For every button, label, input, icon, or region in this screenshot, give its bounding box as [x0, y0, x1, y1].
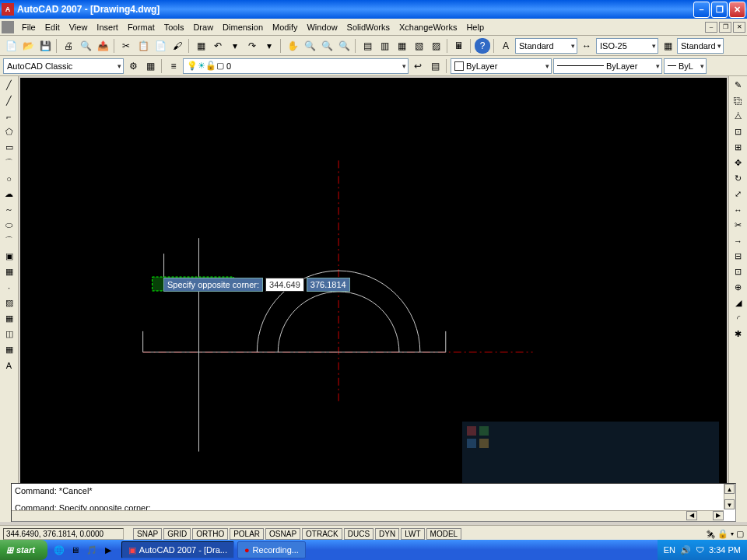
table-style-dropdown[interactable]: Standard [677, 38, 724, 54]
workspace-settings-button[interactable]: ⚙ [125, 58, 141, 74]
taskbar-autocad-button[interactable]: ▣AutoCAD 2007 - [Dra... [121, 541, 234, 558]
trim-tool[interactable]: ✂ [731, 218, 746, 233]
menu-solidworks[interactable]: SolidWorks [342, 21, 395, 33]
layer-dropdown[interactable]: 💡☀🔓▢ 0 [183, 58, 409, 74]
break-at-point-tool[interactable]: ⊟ [731, 249, 746, 264]
rotate-tool[interactable]: ↻ [731, 171, 746, 186]
paste-button[interactable]: 📄 [153, 38, 168, 54]
zoom-window-button[interactable]: 🔍 [319, 38, 335, 54]
tray-shield-icon[interactable]: 🛡 [696, 545, 704, 555]
command-window[interactable]: Command: *Cancel* Command: Specify oppos… [11, 483, 736, 522]
lwt-toggle[interactable]: LWT [401, 528, 424, 540]
ql-desktop-icon[interactable]: 🖥 [68, 543, 82, 557]
cut-button[interactable]: ✂ [118, 38, 134, 54]
array-tool[interactable]: ⊞ [731, 140, 746, 155]
ortho-toggle[interactable]: ORTHO [192, 528, 228, 540]
menu-edit[interactable]: Edit [40, 21, 65, 33]
hatch-tool[interactable]: ▨ [2, 296, 17, 310]
publish-button[interactable]: 📤 [95, 38, 110, 54]
revcloud-tool[interactable]: ☁ [2, 187, 17, 201]
undo-button[interactable]: ↶ [210, 38, 226, 54]
tray-expand-icon[interactable]: ▾ [731, 530, 734, 537]
copy-button[interactable]: 📋 [135, 38, 151, 54]
tool-palettes-button[interactable]: ▦ [394, 38, 409, 54]
color-dropdown[interactable]: ByLayer [451, 58, 552, 74]
drawing-canvas[interactable]: Specify opposite corner: 344.649 376.181… [20, 78, 727, 507]
menu-window[interactable]: Window [302, 21, 342, 33]
lock-toolbar-icon[interactable]: 🔒 [717, 529, 728, 539]
layer-previous-button[interactable]: ↩ [410, 58, 426, 74]
undo-dropdown[interactable]: ▾ [227, 38, 243, 54]
window-restore-button[interactable]: ❐ [711, 2, 728, 18]
layer-properties-button[interactable]: ≡ [166, 58, 181, 74]
menu-format[interactable]: Format [123, 21, 160, 33]
polyline-tool[interactable]: ⌐ [2, 109, 17, 124]
rectangle-tool[interactable]: ▭ [2, 140, 17, 155]
explode-tool[interactable]: ✱ [731, 327, 746, 341]
menu-xchangeworks[interactable]: XchangeWorks [395, 21, 461, 33]
table-tool[interactable]: ▦ [2, 342, 17, 357]
xline-tool[interactable]: ╱ [2, 93, 17, 108]
arc-tool[interactable]: ⌒ [2, 156, 17, 170]
linetype-dropdown[interactable]: ByL [664, 58, 707, 74]
snap-toggle[interactable]: SNAP [133, 528, 162, 540]
polygon-tool[interactable]: ⬠ [2, 124, 17, 139]
menu-modify[interactable]: Modify [268, 21, 302, 33]
save-button[interactable]: 💾 [37, 38, 53, 54]
redo-dropdown[interactable]: ▾ [261, 38, 277, 54]
mdi-restore-button[interactable]: ❐ [719, 22, 731, 33]
ql-app-icon[interactable]: ▶ [101, 543, 115, 557]
region-tool[interactable]: ◫ [2, 327, 17, 341]
move-tool[interactable]: ✥ [731, 156, 746, 170]
menu-help[interactable]: Help [461, 21, 489, 33]
dim-style-button[interactable]: ↔ [579, 38, 594, 54]
point-tool[interactable]: · [2, 280, 17, 295]
scale-tool[interactable]: ⤢ [731, 187, 746, 201]
layer-states-button[interactable]: ▤ [427, 58, 443, 74]
cmd-scroll-down[interactable]: ▼ [724, 499, 735, 509]
start-button[interactable]: ⊞start [0, 540, 47, 560]
quickcalc-button[interactable]: 🖩 [451, 38, 467, 54]
workspace-dropdown[interactable]: AutoCAD Classic [3, 58, 124, 74]
window-minimize-button[interactable]: – [693, 2, 710, 18]
markup-button[interactable]: ▨ [428, 38, 444, 54]
plot-button[interactable]: 🖨 [61, 38, 76, 54]
block-editor-button[interactable]: ▦ [193, 38, 209, 54]
tray-volume-icon[interactable]: 🔊 [680, 545, 691, 555]
circle-tool[interactable]: ○ [2, 171, 17, 186]
cmd-hscroll-right[interactable]: ▶ [713, 511, 724, 520]
gradient-tool[interactable]: ▦ [2, 311, 17, 326]
pan-button[interactable]: ✋ [285, 38, 300, 54]
new-button[interactable]: 📄 [3, 38, 19, 54]
mdi-minimize-button[interactable]: – [705, 22, 717, 33]
offset-tool[interactable]: ⊡ [731, 124, 746, 139]
redo-button[interactable]: ↷ [244, 38, 260, 54]
tray-lang-indicator[interactable]: EN [664, 545, 675, 555]
menu-insert[interactable]: Insert [92, 21, 123, 33]
sheet-set-button[interactable]: ▧ [411, 38, 426, 54]
menu-dimension[interactable]: Dimension [218, 21, 268, 33]
cmd-hscroll-left[interactable]: ◀ [686, 511, 697, 520]
erase-tool[interactable]: ✎ [731, 78, 746, 93]
ql-ie-icon[interactable]: 🌐 [52, 543, 66, 557]
clean-screen-icon[interactable]: ▢ [736, 529, 744, 539]
zoom-realtime-button[interactable]: 🔍 [302, 38, 317, 54]
ellipse-arc-tool[interactable]: ⌒ [2, 233, 17, 248]
ellipse-tool[interactable]: ⬭ [2, 218, 17, 233]
tray-clock[interactable]: 3:34 PM [709, 545, 741, 555]
mdi-close-button[interactable]: ✕ [733, 22, 745, 33]
otrack-toggle[interactable]: OTRACK [302, 528, 342, 540]
table-style-button[interactable]: ▦ [660, 38, 675, 54]
design-center-button[interactable]: ▥ [377, 38, 392, 54]
mirror-tool[interactable]: ⧊ [731, 109, 746, 124]
join-tool[interactable]: ⊕ [731, 280, 746, 295]
spline-tool[interactable]: ～ [2, 202, 17, 217]
lineweight-dropdown[interactable]: ByLayer [553, 58, 662, 74]
break-tool[interactable]: ⊡ [731, 264, 746, 279]
help-button[interactable]: ? [475, 38, 490, 54]
menu-file[interactable]: File [17, 21, 40, 33]
my-workspace-button[interactable]: ▦ [142, 58, 158, 74]
fillet-tool[interactable]: ◜ [731, 311, 746, 326]
menu-draw[interactable]: Draw [188, 21, 218, 33]
chamfer-tool[interactable]: ◢ [731, 296, 746, 310]
